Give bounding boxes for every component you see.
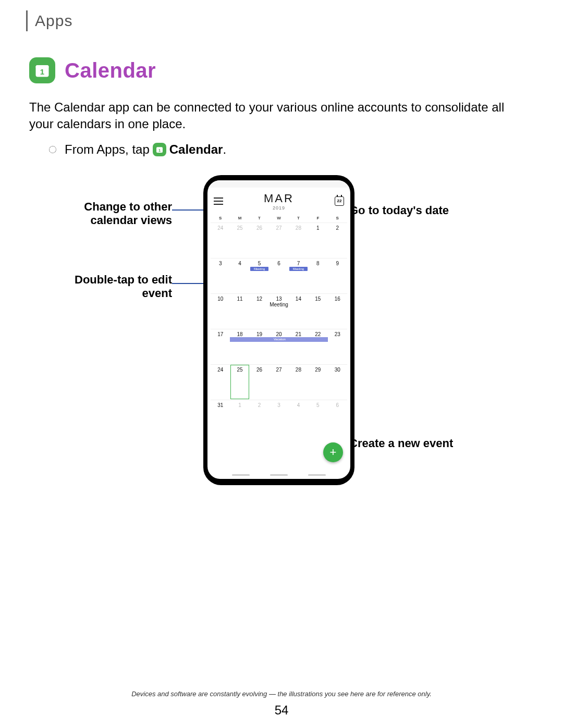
breadcrumb-label: Apps <box>35 12 72 30</box>
month-selector[interactable]: MAR 2019 <box>264 192 294 211</box>
android-nav-bar <box>207 474 350 476</box>
calendar-day-cell[interactable]: 2 <box>250 400 269 435</box>
calendar-day-cell[interactable]: 3 <box>269 400 288 435</box>
calendar-day-cell[interactable]: 11 <box>230 293 249 329</box>
calendar-day-cell[interactable]: 5Meeting <box>250 258 269 293</box>
breadcrumb-bar <box>26 10 28 31</box>
calendar-day-cell[interactable]: 31 <box>211 400 230 435</box>
dow-label: T <box>250 216 269 223</box>
calendar-day-cell[interactable]: 24 <box>211 223 230 258</box>
phone-mockup: MAR 2019 22 SMTWTFS 242526272812345Meeti… <box>203 175 354 485</box>
page-title: Calendar <box>65 59 156 82</box>
calendar-day-cell[interactable]: 24 <box>211 364 230 400</box>
dow-label: S <box>211 216 230 223</box>
status-bar <box>207 180 350 188</box>
calendar-day-cell[interactable]: 19 <box>250 329 269 364</box>
step-app-name: Calendar <box>169 142 223 157</box>
calendar-day-cell[interactable]: 25 <box>230 364 249 400</box>
calendar-day-cell[interactable]: 3 <box>211 258 230 293</box>
month-label: MAR <box>264 192 294 205</box>
calendar-day-cell[interactable]: 10 <box>211 293 230 329</box>
svg-text:1: 1 <box>40 67 44 76</box>
page-title-row: 1 Calendar <box>29 57 532 83</box>
figure: Change to other calendar views Double-ta… <box>26 175 532 509</box>
dow-label: M <box>230 216 249 223</box>
calendar-header: MAR 2019 22 <box>207 188 350 212</box>
calendar-day-cell[interactable]: 20 <box>269 329 288 364</box>
calendar-grid: SMTWTFS 242526272812345Meeting67Meeting8… <box>207 212 350 435</box>
bullet-icon <box>49 146 56 153</box>
calendar-day-cell[interactable]: 22 <box>308 329 327 364</box>
calendar-day-cell[interactable]: 30 <box>328 364 347 400</box>
calendar-day-cell[interactable]: 27 <box>269 223 288 258</box>
calendar-day-cell[interactable]: 2 <box>328 223 347 258</box>
calendar-day-cell[interactable]: 29 <box>308 364 327 400</box>
page-number: 54 <box>0 703 563 718</box>
calendar-day-cell[interactable]: 18 <box>230 329 249 364</box>
event-label[interactable]: Meeting <box>269 302 288 307</box>
menu-icon[interactable] <box>214 198 223 205</box>
year-label: 2019 <box>264 205 294 211</box>
step-suffix: . <box>223 142 226 157</box>
calendar-day-cell[interactable]: 4 <box>230 258 249 293</box>
calendar-day-cell[interactable]: 16 <box>328 293 347 329</box>
add-event-fab[interactable]: + <box>323 442 343 462</box>
calendar-day-cell[interactable]: 27 <box>269 364 288 400</box>
callout-create-event: Create a new event <box>349 437 453 450</box>
callout-change-views: Change to other calendar views <box>57 200 172 228</box>
calendar-day-cell[interactable]: 1 <box>230 400 249 435</box>
event-chip[interactable]: Meeting <box>250 267 268 271</box>
calendar-day-cell[interactable]: 17 <box>211 329 230 364</box>
dow-label: F <box>308 216 327 223</box>
dow-label: W <box>269 216 288 223</box>
calendar-day-cell[interactable]: 4 <box>289 400 308 435</box>
calendar-day-cell[interactable]: 13Meeting <box>269 293 288 329</box>
calendar-day-cell[interactable]: 28 <box>289 223 308 258</box>
calendar-day-cell[interactable]: 26 <box>250 223 269 258</box>
calendar-day-cell[interactable]: 28 <box>289 364 308 400</box>
event-chip[interactable]: Meeting <box>289 267 308 271</box>
calendar-day-cell[interactable]: 26 <box>250 364 269 400</box>
calendar-day-cell[interactable]: 21 <box>289 329 308 364</box>
event-span-bar[interactable]: Vacation <box>230 337 327 342</box>
dow-label: T <box>289 216 308 223</box>
footer-note: Devices and software are constantly evol… <box>0 690 563 698</box>
phone-screen: MAR 2019 22 SMTWTFS 242526272812345Meeti… <box>207 180 350 479</box>
callout-today: Go to today's date <box>349 204 449 217</box>
calendar-day-cell[interactable]: 14 <box>289 293 308 329</box>
breadcrumb: Apps <box>26 10 532 31</box>
instruction-step: From Apps, tap 1 Calendar. <box>49 142 532 157</box>
go-to-today-icon[interactable]: 22 <box>335 196 344 206</box>
calendar-day-cell[interactable]: 9 <box>328 258 347 293</box>
calendar-day-cell[interactable]: 1 <box>308 223 327 258</box>
calendar-day-cell[interactable]: 7Meeting <box>289 258 308 293</box>
calendar-day-cell[interactable]: 25 <box>230 223 249 258</box>
calendar-app-icon-small: 1 <box>153 143 166 156</box>
calendar-day-cell[interactable]: 15 <box>308 293 327 329</box>
calendar-day-cell[interactable]: 6 <box>269 258 288 293</box>
calendar-day-cell[interactable]: 6 <box>328 400 347 435</box>
calendar-app-icon: 1 <box>29 57 55 83</box>
intro-paragraph: The Calendar app can be connected to you… <box>29 99 529 133</box>
step-prefix: From Apps, tap <box>65 142 150 157</box>
calendar-day-cell[interactable]: 12 <box>250 293 269 329</box>
calendar-day-cell[interactable]: 8 <box>308 258 327 293</box>
svg-text:1: 1 <box>158 147 161 152</box>
callout-edit-event: Double-tap to edit event <box>57 273 172 301</box>
calendar-day-cell[interactable]: 5 <box>308 400 327 435</box>
dow-label: S <box>328 216 347 223</box>
calendar-day-cell[interactable]: 23 <box>328 329 347 364</box>
